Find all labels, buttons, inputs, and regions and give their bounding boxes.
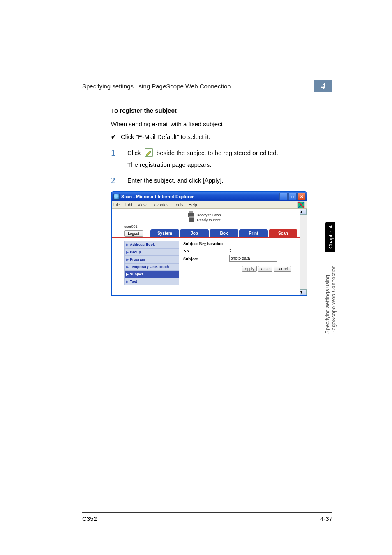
sidebar: ▶Address Book ▶Group ▶Program ▶Temporary… bbox=[124, 241, 179, 285]
menu-file[interactable]: File bbox=[113, 203, 120, 207]
menu-help[interactable]: Help bbox=[189, 203, 197, 207]
minimize-button[interactable]: _ bbox=[279, 193, 288, 200]
header-rule bbox=[82, 95, 332, 95]
panel-title: Subject Registration bbox=[183, 241, 295, 246]
sidebar-item-subject[interactable]: ▶Subject bbox=[124, 271, 179, 278]
value-no: 2 bbox=[229, 249, 232, 253]
pencil-icon bbox=[144, 148, 153, 157]
status-scan: Ready to Scan bbox=[196, 213, 221, 217]
step-1-body: Click beside the subject to be registere… bbox=[127, 148, 278, 158]
username: user001 bbox=[124, 224, 138, 229]
sidebar-item-temporary-one-touch[interactable]: ▶Temporary One-Touch bbox=[124, 263, 179, 271]
status-print: Ready to Print bbox=[197, 218, 220, 222]
section-title: To register the subject bbox=[111, 107, 332, 114]
apply-button[interactable]: Apply bbox=[242, 266, 257, 272]
menu-view[interactable]: View bbox=[138, 203, 147, 207]
form-panel: Subject Registration No. 2 Subject Apply… bbox=[183, 241, 295, 285]
footer: C352 4-37 bbox=[82, 512, 332, 522]
window-title: Scan - Microsoft Internet Explorer bbox=[121, 194, 194, 199]
menubar: File Edit View Favorites Tools Help bbox=[112, 201, 307, 209]
tab-scan[interactable]: Scan bbox=[269, 229, 297, 237]
windows-flag-icon bbox=[297, 201, 305, 208]
cancel-button[interactable]: Cancel bbox=[274, 266, 291, 272]
step-number-2: 2 bbox=[111, 176, 127, 185]
menu-edit[interactable]: Edit bbox=[125, 203, 132, 207]
maximize-button[interactable]: □ bbox=[288, 193, 297, 200]
scroll-up-button[interactable]: ▴ bbox=[300, 209, 307, 215]
menu-tools[interactable]: Tools bbox=[174, 203, 183, 207]
step-2-body: Enter the subject, and click [Apply]. bbox=[127, 176, 223, 185]
sidebar-item-group[interactable]: ▶Group bbox=[124, 248, 179, 256]
sidebar-item-program[interactable]: ▶Program bbox=[124, 256, 179, 263]
check-icon: ✔ bbox=[111, 133, 121, 141]
thumb-tab-title: Specifying settings using PageScope Web … bbox=[325, 252, 335, 337]
step-1-sub: The registration page appears. bbox=[127, 161, 332, 168]
printer-icon bbox=[189, 218, 194, 222]
browser-window: Scan - Microsoft Internet Explorer _ □ ✕… bbox=[111, 191, 307, 296]
subject-input[interactable] bbox=[229, 255, 277, 262]
sidebar-item-address-book[interactable]: ▶Address Book bbox=[124, 241, 179, 248]
sidebar-item-text[interactable]: ▶Text bbox=[124, 278, 179, 285]
tab-box[interactable]: Box bbox=[210, 229, 238, 237]
ie-icon bbox=[113, 194, 120, 200]
close-button[interactable]: ✕ bbox=[297, 193, 306, 200]
label-no: No. bbox=[183, 248, 229, 253]
tab-job[interactable]: Job bbox=[180, 229, 209, 237]
label-subject: Subject bbox=[183, 256, 229, 261]
thumb-tab: Chapter 4 Specifying settings using Page… bbox=[325, 222, 335, 337]
clear-button[interactable]: Clear bbox=[258, 266, 273, 272]
chapter-box: 4 bbox=[314, 80, 332, 92]
check-text: Click "E-Mail Default" to select it. bbox=[121, 133, 210, 140]
tab-system[interactable]: System bbox=[150, 229, 179, 237]
titlebar: Scan - Microsoft Internet Explorer _ □ ✕ bbox=[112, 192, 307, 201]
scroll-down-button[interactable]: ▾ bbox=[300, 289, 307, 295]
running-head: Specifying settings using PageScope Web … bbox=[82, 83, 231, 90]
logout-button[interactable]: Logout bbox=[124, 230, 143, 237]
menu-favorites[interactable]: Favorites bbox=[152, 203, 168, 207]
prerequisite-line: ✔Click "E-Mail Default" to select it. bbox=[111, 133, 332, 141]
intro-text: When sending e-mail with a fixed subject bbox=[111, 120, 332, 128]
step-number-1: 1 bbox=[111, 148, 127, 158]
thumb-tab-chapter: Chapter 4 bbox=[325, 222, 335, 252]
tab-print[interactable]: Print bbox=[239, 229, 268, 237]
footer-page: 4-37 bbox=[320, 515, 332, 522]
footer-model: C352 bbox=[82, 515, 97, 522]
